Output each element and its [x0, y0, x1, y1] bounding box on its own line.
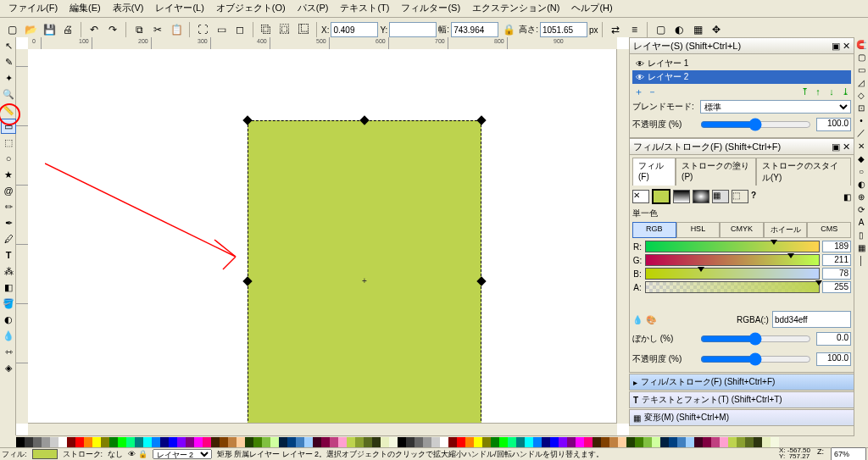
stroke-value[interactable]: なし [108, 449, 123, 460]
palette-swatch[interactable] [262, 437, 270, 447]
menu-extension[interactable]: エクステンション(N) [467, 1, 565, 16]
palette-swatch[interactable] [279, 437, 287, 447]
tool-node-icon[interactable]: ✎ [1, 54, 16, 69]
corners-icon[interactable]: ▢ [652, 21, 669, 38]
menu-layer[interactable]: レイヤー(L) [150, 1, 209, 16]
palette-swatch[interactable] [177, 437, 186, 447]
palette-swatch[interactable] [576, 437, 584, 447]
tool-calligraphy-icon[interactable]: 🖊 [1, 231, 16, 247]
palette-swatch[interactable] [33, 437, 42, 447]
tool-ellipse-icon[interactable]: ○ [1, 151, 16, 166]
scrollbar-horizontal[interactable] [28, 423, 617, 435]
scrollbar-vertical[interactable] [616, 49, 629, 424]
palette-swatch[interactable] [313, 437, 321, 447]
zoom-sel-icon[interactable]: ◻ [231, 21, 248, 38]
palette-swatch[interactable] [482, 437, 491, 447]
palette-swatch[interactable] [508, 437, 516, 447]
palette-swatch[interactable] [635, 437, 643, 447]
palette-swatch[interactable] [457, 437, 465, 447]
menu-view[interactable]: 表示(V) [108, 1, 149, 16]
fillrule-icon[interactable]: ◧ [843, 192, 851, 202]
tool-star-icon[interactable]: ★ [1, 167, 16, 182]
swatch-icon[interactable]: ⬚ [732, 190, 748, 203]
menu-text[interactable]: テキスト(T) [335, 1, 394, 16]
zoom-page-icon[interactable]: ▭ [213, 21, 230, 38]
snap-smooth-icon[interactable]: ○ [855, 165, 867, 177]
snap-page-icon[interactable]: ▯ [855, 229, 867, 241]
palette-swatch[interactable] [169, 437, 177, 447]
palette-swatch[interactable] [253, 437, 262, 447]
palette-swatch[interactable] [372, 437, 381, 447]
palette-swatch[interactable] [364, 437, 372, 447]
blur-value[interactable]: 0.0 [816, 332, 851, 346]
palette-swatch[interactable] [236, 437, 245, 447]
palette-swatch[interactable] [25, 437, 33, 447]
palette-swatch[interactable] [67, 437, 75, 447]
fill-swatch[interactable] [32, 449, 58, 459]
palette-swatch[interactable] [567, 437, 576, 447]
menu-file[interactable]: ファイル(F) [3, 1, 63, 16]
flat-icon[interactable] [652, 189, 670, 204]
pattern-icon[interactable]: ▦ [712, 190, 729, 203]
palette-swatch[interactable] [84, 437, 92, 447]
handle-top-right[interactable] [476, 115, 486, 125]
tab-stroke-style[interactable]: ストロークのスタイル(Y) [756, 158, 851, 186]
palette-swatch[interactable] [398, 437, 406, 447]
tool-zoom-icon[interactable]: 🔍 [1, 86, 16, 102]
master-opacity-value[interactable]: 100.0 [816, 352, 851, 366]
tool-text-icon[interactable]: T [1, 247, 16, 263]
copy-icon[interactable]: ⧉ [131, 21, 147, 38]
palette-swatch[interactable] [203, 437, 211, 447]
handle-top[interactable] [359, 115, 369, 125]
palette-swatch[interactable] [92, 437, 101, 447]
tool-lpe-icon[interactable]: ◈ [1, 360, 16, 375]
align-icon[interactable]: ≡ [626, 21, 643, 38]
layers-panel-header[interactable]: レイヤー(S) (Shift+Ctrl+L) ▣ ✕ [629, 37, 854, 54]
layer-indicator-icon[interactable]: 👁 🔒 [128, 450, 147, 458]
palette-swatch[interactable] [355, 437, 364, 447]
palette-swatch[interactable] [593, 437, 601, 447]
menu-filter[interactable]: フィルター(S) [396, 1, 465, 16]
collapsed-textfont[interactable]: Tテキストとフォント(T) (Shift+Ctrl+T) [629, 391, 854, 408]
nopaint-icon[interactable]: ✕ [632, 190, 649, 203]
palette-swatch[interactable] [728, 437, 737, 447]
snap-rotation-icon[interactable]: ⟳ [855, 203, 867, 215]
lock-icon[interactable]: 🔒 [500, 21, 517, 38]
tool-eraser-icon[interactable]: ◧ [1, 280, 16, 295]
group-icon[interactable]: ⿺ [295, 21, 312, 38]
print-icon[interactable]: 🖨 [59, 21, 76, 38]
palette-swatch[interactable] [559, 437, 567, 447]
snap-center-icon[interactable]: ⊡ [855, 102, 867, 114]
palette-swatch[interactable] [448, 437, 457, 447]
raise-icon[interactable]: ↑ [812, 86, 824, 97]
tool-pencil-icon[interactable]: ✏ [1, 199, 16, 214]
layer-select[interactable]: レイヤー 2 [153, 449, 212, 459]
snap-edge-mid-icon[interactable]: ◇ [855, 89, 867, 101]
palette-swatch[interactable] [406, 437, 415, 447]
palette-swatch[interactable] [677, 437, 686, 447]
g-value[interactable]: 211 [822, 254, 851, 266]
palette-swatch[interactable] [771, 437, 779, 447]
blur-slider[interactable] [700, 331, 811, 346]
palette-swatch[interactable] [431, 437, 440, 447]
palette-swatch[interactable] [347, 437, 355, 447]
palette-swatch[interactable] [499, 437, 508, 447]
snap-guide-icon[interactable]: │ [855, 254, 867, 266]
handle-left[interactable] [242, 276, 252, 285]
collapsed-fillstroke[interactable]: ▸ フィル/ストローク(F) (Shift+Ctrl+F) [629, 374, 854, 391]
palette-swatch[interactable] [516, 437, 525, 447]
radial-icon[interactable] [693, 190, 709, 203]
zoom-input[interactable] [831, 447, 866, 461]
palette-swatch[interactable] [525, 437, 533, 447]
palette-swatch[interactable] [660, 437, 669, 447]
undo-icon[interactable]: ↶ [86, 21, 103, 38]
palette-swatch[interactable] [533, 437, 542, 447]
tool-connector-icon[interactable]: ⇿ [1, 344, 16, 359]
palette-swatch[interactable] [626, 437, 635, 447]
colortab-cms[interactable]: CMS [807, 222, 851, 238]
clone-icon[interactable]: ⿴ [276, 21, 293, 38]
palette-swatch[interactable] [296, 437, 304, 447]
palette-swatch[interactable] [542, 437, 550, 447]
pick2-icon[interactable]: 🎨 [646, 315, 656, 324]
paste-icon[interactable]: 📋 [168, 21, 185, 38]
